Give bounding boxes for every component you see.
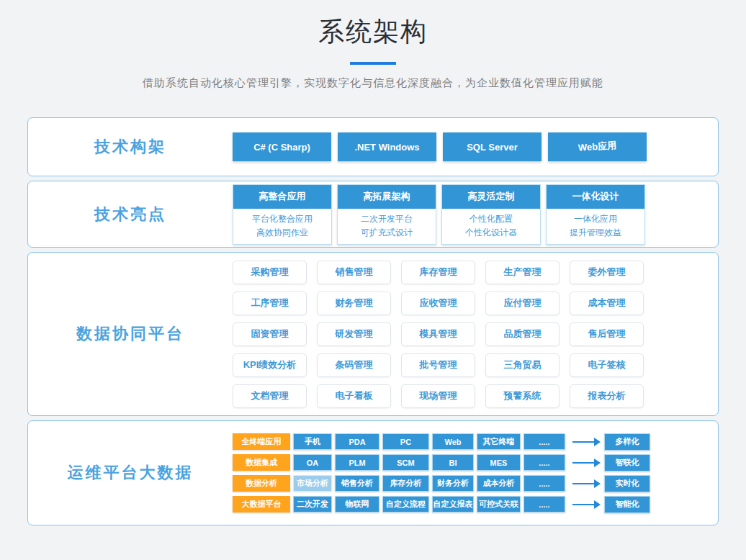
highlight-card-body: 二次开发平台 可扩充式设计 <box>338 209 436 244</box>
bigdata-item: 自定义流程 <box>382 496 429 512</box>
page-subtitle: 借助系统自动化核心管理引擎，实现数字化与信息化深度融合，为企业数值化管理应用赋能 <box>0 76 746 90</box>
bigdata-item: 自定义报表 <box>432 496 474 512</box>
highlight-card-body: 个性化配置 个性化设计器 <box>442 209 540 244</box>
section-tech-stack: 技术构架 C# (C Sharp) .NET Windows SQL Serve… <box>27 117 719 176</box>
bigdata-row-platform: 大数据平台 二次开发 物联网 自定义流程 自定义报表 可控式关联 ..... 智… <box>233 496 650 512</box>
module-chip: 电子看板 <box>317 384 391 408</box>
section-highlights-label: 技术亮点 <box>28 204 233 225</box>
bigdata-item: 可控式关联 <box>477 496 521 512</box>
tech-stack-item-dotnet: .NET Windows <box>338 132 436 161</box>
highlight-card-line: 提升管理效益 <box>547 226 644 240</box>
bigdata-item: 库存分析 <box>382 475 429 492</box>
system-architecture-page: 系统架构 借助系统自动化核心管理引擎，实现数字化与信息化深度融合，为企业数值化管… <box>0 0 746 560</box>
arrow-right-icon <box>572 441 594 443</box>
bigdata-item: 成本分析 <box>477 475 521 492</box>
module-chip: 三角贸易 <box>485 353 560 377</box>
page-title: 系统架构 <box>0 0 746 50</box>
module-chip: 成本管理 <box>570 292 644 315</box>
bigdata-item: 市场分析 <box>293 475 332 492</box>
module-chip: 生产管理 <box>485 261 560 284</box>
bigdata-result: 实时化 <box>604 475 650 492</box>
module-chip: 品质管理 <box>485 322 560 346</box>
highlight-card-body: 一体化应用 提升管理效益 <box>547 209 644 244</box>
bigdata-result: 多样化 <box>604 433 650 451</box>
bigdata-item-ellipsis: ..... <box>523 454 565 471</box>
highlight-card-title: 高灵活定制 <box>442 185 540 209</box>
bigdata-result: 智能化 <box>604 496 650 513</box>
module-chip: 研发管理 <box>317 322 391 346</box>
title-underline <box>350 62 396 65</box>
bigdata-item: MES <box>477 454 521 471</box>
highlight-card-title: 一体化设计 <box>547 185 644 209</box>
section-platform: 数据协同平台 采购管理 销售管理 库存管理 生产管理 委外管理 工序管理 财务管… <box>27 252 719 416</box>
module-chip: 应付管理 <box>485 292 560 315</box>
bigdata-item: OA <box>293 454 332 471</box>
bigdata-category: 全终端应用 <box>233 433 290 450</box>
highlight-card-extensibility: 高拓展架构 二次开发平台 可扩充式设计 <box>337 184 436 245</box>
module-chip: 委外管理 <box>570 261 644 284</box>
bigdata-item: SCM <box>382 454 429 471</box>
module-chip: 销售管理 <box>317 261 391 284</box>
highlight-card-integration: 高整合应用 平台化整合应用 高效协同作业 <box>233 184 332 245</box>
highlight-cards-row: 高整合应用 平台化整合应用 高效协同作业 高拓展架构 二次开发平台 可扩充式设计… <box>233 184 645 245</box>
highlight-card-line: 高效协同作业 <box>233 226 331 240</box>
highlight-card-title: 高拓展架构 <box>338 185 436 209</box>
module-chip: 电子签核 <box>570 353 644 377</box>
bigdata-item: 二次开发 <box>293 496 332 512</box>
section-highlights: 技术亮点 高整合应用 平台化整合应用 高效协同作业 高拓展架构 二次开发平台 可… <box>27 181 719 248</box>
module-chip: 预警系统 <box>485 384 560 408</box>
bigdata-item: Web <box>432 433 474 450</box>
module-chip: 报表分析 <box>570 384 644 408</box>
section-bigdata-label: 运维平台大数据 <box>28 462 233 484</box>
module-chip: 现场管理 <box>401 384 475 408</box>
section-tech-stack-label: 技术构架 <box>28 136 233 158</box>
bigdata-rows: 全终端应用 手机 PDA PC Web 其它终端 ..... 多样化 数据集成 … <box>233 433 650 512</box>
bigdata-row-integration: 数据集成 OA PLM SCM BI MES ..... 智联化 <box>233 454 650 471</box>
module-chip: 库存管理 <box>401 261 475 284</box>
tech-stack-row: C# (C Sharp) .NET Windows SQL Server Web… <box>233 132 647 161</box>
bigdata-item: 其它终端 <box>477 433 521 450</box>
highlight-card-line: 个性化设计器 <box>442 226 540 240</box>
bigdata-item-ellipsis: ..... <box>523 433 565 450</box>
bigdata-item-ellipsis: ..... <box>523 475 565 492</box>
section-bigdata: 运维平台大数据 全终端应用 手机 PDA PC Web 其它终端 ..... 多… <box>27 420 719 525</box>
module-chip: 条码管理 <box>317 353 391 377</box>
tech-stack-item-sqlserver: SQL Server <box>443 132 541 161</box>
bigdata-item-ellipsis: ..... <box>523 496 565 512</box>
module-chip: 模具管理 <box>401 322 475 346</box>
bigdata-category: 大数据平台 <box>233 496 290 512</box>
bigdata-category: 数据集成 <box>233 454 290 471</box>
bigdata-item: 财务分析 <box>432 475 474 492</box>
bigdata-row-analysis: 数据分析 市场分析 销售分析 库存分析 财务分析 成本分析 ..... 实时化 <box>233 475 650 492</box>
arrow-right-icon <box>572 504 594 505</box>
highlight-card-body: 平台化整合应用 高效协同作业 <box>233 209 331 244</box>
module-chip: 固资管理 <box>233 322 307 346</box>
highlight-card-line: 平台化整合应用 <box>233 212 331 226</box>
bigdata-item: PLM <box>335 454 379 471</box>
module-chip: 工序管理 <box>233 292 307 315</box>
module-chip: 文档管理 <box>233 384 307 408</box>
bigdata-result: 智联化 <box>604 454 650 471</box>
highlight-card-flexibility: 高灵活定制 个性化配置 个性化设计器 <box>441 184 541 245</box>
bigdata-item: PC <box>382 433 429 450</box>
tech-stack-item-web: Web应用 <box>548 132 647 161</box>
arrow-right-icon <box>572 483 594 484</box>
bigdata-item: 手机 <box>293 433 332 450</box>
arrow-right-icon <box>572 462 594 464</box>
section-platform-label: 数据协同平台 <box>28 323 233 345</box>
tech-stack-item-web-label: Web应用 <box>578 139 616 155</box>
highlight-card-line: 二次开发平台 <box>338 212 436 226</box>
module-chip: 应收管理 <box>401 292 475 315</box>
module-chip: 采购管理 <box>233 261 307 284</box>
module-chip: 售后管理 <box>570 322 644 346</box>
highlight-card-line: 可扩充式设计 <box>338 226 436 240</box>
highlight-card-title: 高整合应用 <box>233 185 331 209</box>
tech-stack-item-csharp: C# (C Sharp) <box>233 132 331 161</box>
module-chip: 批号管理 <box>401 353 475 377</box>
module-chip: KPI绩效分析 <box>233 353 307 377</box>
highlight-card-line: 一体化应用 <box>547 212 644 226</box>
sections-container: 技术构架 C# (C Sharp) .NET Windows SQL Serve… <box>0 117 746 525</box>
bigdata-item: PDA <box>335 433 379 450</box>
bigdata-item: 物联网 <box>335 496 379 512</box>
bigdata-row-terminals: 全终端应用 手机 PDA PC Web 其它终端 ..... 多样化 <box>233 433 650 450</box>
